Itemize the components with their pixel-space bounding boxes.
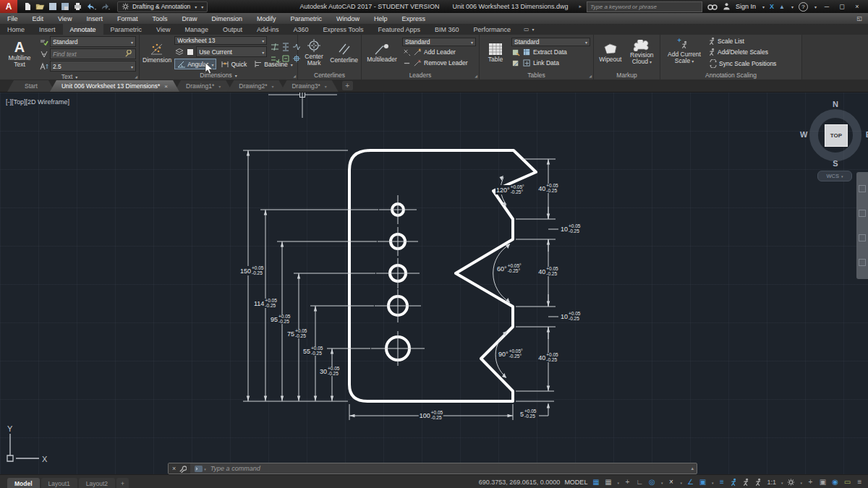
menu-view[interactable]: View — [51, 13, 79, 24]
wipeout-button[interactable]: Wipeout — [597, 43, 624, 63]
dim-right-10-bottom[interactable]: 10+0.05-0.25 — [560, 312, 581, 321]
snap-caret-icon[interactable] — [616, 479, 619, 486]
annotation-scale-value[interactable]: 1:1 — [767, 479, 776, 486]
dim-style-select[interactable]: Worksheet 13 — [174, 36, 267, 45]
sign-in-button[interactable]: Sign In — [736, 3, 756, 10]
leader-collect-icon[interactable] — [402, 48, 412, 57]
exchange-apps-icon[interactable]: X — [770, 3, 774, 10]
menu-help[interactable]: Help — [367, 13, 395, 24]
dim-left-95[interactable]: 95+0.05-0.25 — [270, 314, 291, 324]
dim-left-55[interactable]: 55+0.05-0.25 — [302, 346, 323, 356]
command-history-toggle-icon[interactable]: ▴ — [691, 466, 697, 471]
tab-home[interactable]: Home — [0, 24, 32, 35]
isodraft-icon[interactable]: × — [667, 478, 675, 486]
menu-format[interactable]: Format — [110, 13, 145, 24]
dim-break-icon[interactable] — [270, 43, 279, 52]
tab-bim360[interactable]: BIM 360 — [427, 24, 467, 35]
table-button[interactable]: Table — [482, 43, 509, 63]
isolate-objects-icon[interactable]: ▣ — [819, 478, 827, 486]
annotation-scale-caret-icon[interactable] — [780, 479, 783, 486]
annotation-scale-icon[interactable] — [754, 478, 762, 487]
tab-annotate[interactable]: Annotate — [63, 24, 103, 35]
spell-check-icon[interactable] — [39, 37, 48, 46]
tab-featured-apps[interactable]: Featured Apps — [370, 24, 427, 35]
view-cube-top-face[interactable]: TOP — [825, 124, 848, 147]
new-layout-button[interactable]: + — [116, 478, 129, 488]
isodraft-caret-icon[interactable] — [679, 479, 682, 486]
link-data-button[interactable]: Link Data — [533, 59, 559, 67]
graphics-performance-icon[interactable]: ◉ — [831, 478, 839, 486]
add-leader-button[interactable]: Add Leader — [424, 48, 456, 56]
find-button-icon[interactable] — [124, 49, 133, 59]
layout1-tab[interactable]: Layout1 — [41, 478, 77, 488]
coordinates-readout[interactable]: 690.3753, 269.0615, 0.0000 — [479, 479, 561, 486]
dim-angle-90[interactable]: 90°+0.05°-0.25° — [498, 349, 524, 359]
help-icon[interactable]: ? — [799, 2, 808, 12]
panel-label-tables[interactable]: Tables ◢ — [480, 70, 593, 80]
tab-performance[interactable]: Performance — [466, 24, 518, 35]
object-snap-icon[interactable]: ▣ — [699, 478, 707, 486]
dynamic-input-icon[interactable]: + — [624, 478, 631, 486]
object-snap-caret-icon[interactable] — [711, 479, 714, 486]
nav-steering-wheel-icon[interactable] — [859, 259, 866, 266]
inspect-icon[interactable] — [270, 54, 279, 64]
tab-manage[interactable]: Manage — [177, 24, 216, 35]
object-snap-tracking-icon[interactable]: ∠ — [686, 478, 694, 486]
center-marks[interactable] — [371, 195, 425, 366]
dim-right-40-bottom[interactable]: 40+0.05-0.25 — [537, 353, 558, 362]
polar-tracking-icon[interactable]: ◎ — [648, 478, 656, 486]
customization-icon[interactable]: ≡ — [856, 478, 864, 486]
update-icon[interactable] — [281, 54, 290, 64]
command-close-icon[interactable]: × — [172, 465, 176, 472]
text-style-select[interactable]: Standard — [50, 36, 136, 47]
autocad-logo-button[interactable]: A — [0, 0, 17, 13]
menu-window[interactable]: Window — [329, 13, 367, 24]
leader-remove-collect-icon[interactable] — [402, 59, 412, 68]
view-cube-north[interactable]: N — [803, 100, 868, 108]
command-input[interactable]: Type a command — [210, 465, 260, 472]
remove-leader-button[interactable]: Remove Leader — [424, 59, 467, 67]
search-expander-icon[interactable]: ▸ — [579, 4, 582, 9]
view-cube-west[interactable]: W — [800, 130, 807, 139]
add-current-scale-button[interactable]: + Add Current Scale — [663, 40, 705, 65]
nav-pan-icon[interactable] — [859, 185, 866, 192]
text-height-select[interactable]: 2.5 — [50, 61, 136, 72]
new-drawing-tab-button[interactable]: + — [342, 81, 353, 90]
minimize-button[interactable]: ─ — [822, 3, 832, 10]
menu-dimension[interactable]: Dimension — [204, 13, 250, 24]
model-space-canvas[interactable]: [-][Top][2D Wireframe] — [0, 93, 868, 474]
model-paper-toggle[interactable]: MODEL — [564, 479, 587, 486]
panel-label-markup[interactable]: Markup — [594, 70, 660, 80]
dimension-button[interactable]: Dimension — [142, 42, 171, 64]
add-delete-scales-button[interactable]: Add/Delete Scales — [718, 48, 768, 56]
file-tab-active-document[interactable]: Unit 006 Worksheet 13 Dimensions* × — [50, 80, 179, 92]
revision-cloud-button[interactable]: Revision Cloud — [627, 40, 657, 66]
dim-right-10-top[interactable]: 10+0.05-0.25 — [560, 224, 581, 234]
dimensions-panel-launcher-icon[interactable]: ◢ — [293, 74, 296, 78]
nav-orbit-icon[interactable] — [859, 234, 866, 241]
snap-icon[interactable]: ▦ — [604, 478, 612, 486]
search-input[interactable]: Type a keyword or phrase — [587, 1, 702, 12]
dim-left-75[interactable]: 75+0.05-0.25 — [286, 329, 307, 338]
tab-view[interactable]: View — [149, 24, 177, 35]
layout2-tab[interactable]: Layout2 — [79, 478, 115, 488]
ribbon-display-toggle[interactable]: ▭ — [518, 24, 540, 35]
view-cube-south[interactable]: S — [803, 159, 868, 168]
file-tab-start[interactable]: Start — [7, 80, 55, 92]
menu-parametric[interactable]: Parametric — [284, 13, 330, 24]
panel-label-dimensions[interactable]: Dimensions ◢ — [140, 71, 297, 80]
panel-label-leaders[interactable]: Leaders ◢ — [362, 70, 479, 80]
extract-data-button[interactable]: Extract Data — [533, 48, 567, 56]
leader-style-select[interactable]: Standard — [402, 38, 476, 46]
menu-insert[interactable]: Insert — [79, 13, 110, 24]
tab-parametric[interactable]: Parametric — [103, 24, 150, 35]
command-wrench-icon[interactable] — [179, 465, 187, 473]
tab-a360[interactable]: A360 — [286, 24, 316, 35]
nav-zoom-icon[interactable] — [859, 210, 866, 217]
save-as-icon[interactable] — [61, 2, 69, 11]
menu-modify[interactable]: Modify — [250, 13, 284, 24]
recent-commands-icon[interactable] — [194, 465, 203, 473]
dim-bottom-100[interactable]: 100+0.05-0.25 — [419, 411, 443, 420]
text-panel-launcher-icon[interactable]: ◢ — [135, 74, 137, 79]
multiline-text-button[interactable]: A Multiline Text — [3, 40, 36, 68]
